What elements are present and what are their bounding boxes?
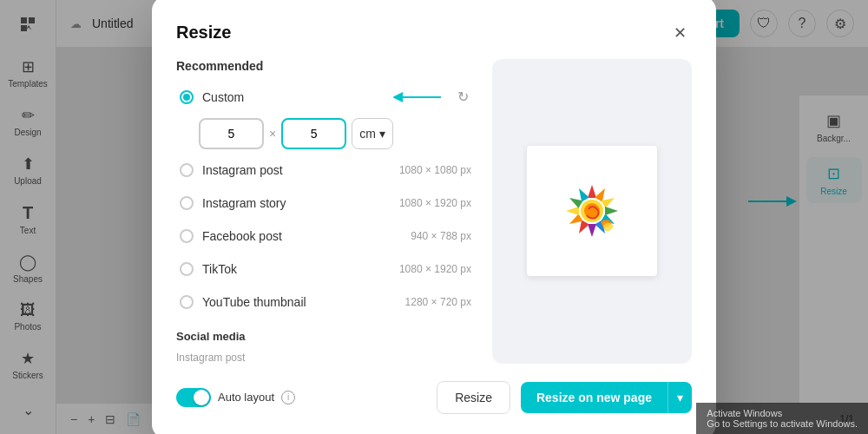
youtube-thumbnail-dim: 1280 × 720 px [405, 296, 471, 308]
unit-dropdown-arrow: ▾ [379, 127, 385, 141]
modal-header: Resize ✕ [176, 21, 692, 45]
dimension-inputs: × cm ▾ [199, 118, 475, 149]
youtube-thumbnail-label: YouTube thumbnail [202, 295, 397, 309]
dropdown-arrow-icon: ▾ [677, 391, 683, 404]
instagram-post-label: Instagram post [202, 163, 391, 177]
option-tiktok[interactable]: TikTok 1080 × 1920 px [176, 257, 475, 281]
dimension-separator: × [269, 127, 276, 141]
option-facebook-post[interactable]: Facebook post 940 × 788 px [176, 224, 475, 248]
social-media-section-label: Social media [176, 330, 475, 343]
resize-new-page-group: Resize on new page ▾ [521, 382, 692, 413]
unit-select[interactable]: cm ▾ [352, 118, 393, 149]
reset-button[interactable]: ↻ [450, 85, 475, 109]
auto-layout-label: Auto layout [218, 391, 274, 404]
modal-footer: Auto layout i Resize Resize on new page … [176, 381, 692, 414]
option-instagram-post[interactable]: Instagram post 1080 × 1080 px [176, 158, 475, 182]
activation-text: Activate Windows Go to Settings to activ… [696, 403, 868, 434]
modal-left-panel: Recommended Custom [176, 59, 475, 364]
preview-logo [553, 172, 631, 250]
instagram-story-dim: 1080 × 1920 px [399, 197, 471, 209]
unit-label: cm [359, 127, 376, 141]
custom-option[interactable]: Custom [176, 85, 388, 109]
close-button[interactable]: ✕ [667, 21, 692, 45]
resize-new-page-dropdown[interactable]: ▾ [667, 382, 692, 413]
facebook-post-dim: 940 × 788 px [411, 230, 471, 242]
radio-facebook-post[interactable] [180, 229, 194, 243]
radio-tiktok[interactable] [180, 262, 194, 276]
instagram-post-dim: 1080 × 1080 px [399, 164, 471, 176]
toggle-track[interactable] [176, 388, 211, 407]
modal-body: Recommended Custom [176, 59, 692, 364]
radio-instagram-story[interactable] [180, 196, 194, 210]
resize-modal: Resize ✕ Recommended Custom [152, 0, 716, 434]
width-input[interactable] [199, 118, 264, 149]
height-input[interactable] [281, 118, 346, 149]
toggle-thumb [194, 390, 209, 405]
custom-arrow-annotation [393, 89, 445, 106]
radio-youtube-thumbnail[interactable] [180, 295, 194, 309]
instagram-story-label: Instagram story [202, 196, 391, 210]
tiktok-dim: 1080 × 1920 px [399, 263, 471, 275]
resize-new-page-button[interactable]: Resize on new page [521, 382, 667, 413]
tiktok-label: TikTok [202, 262, 391, 276]
resize-button[interactable]: Resize [437, 381, 510, 414]
auto-layout-toggle[interactable]: Auto layout i [176, 388, 426, 407]
preview-panel [492, 59, 692, 364]
custom-label: Custom [202, 90, 385, 104]
recommended-label: Recommended [176, 59, 475, 73]
social-media-sublabel: Instagram post [176, 352, 475, 364]
option-instagram-story[interactable]: Instagram story 1080 × 1920 px [176, 191, 475, 215]
radio-instagram-post[interactable] [180, 163, 194, 177]
info-icon[interactable]: i [281, 391, 295, 404]
modal-overlay: Resize ✕ Recommended Custom [0, 0, 868, 434]
facebook-post-label: Facebook post [202, 229, 402, 243]
preview-box [527, 146, 657, 276]
modal-title: Resize [176, 23, 231, 43]
option-youtube-thumbnail[interactable]: YouTube thumbnail 1280 × 720 px [176, 290, 475, 314]
custom-radio[interactable] [180, 90, 194, 104]
